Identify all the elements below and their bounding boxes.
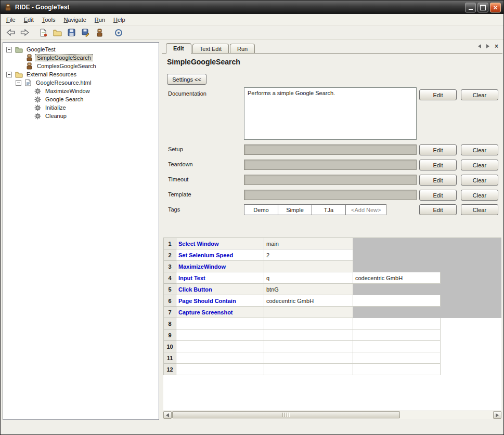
new-suite-button[interactable] bbox=[37, 27, 49, 38]
collapse-minus-icon[interactable] bbox=[6, 47, 12, 52]
argument-cell[interactable] bbox=[264, 307, 353, 318]
empty-cell[interactable] bbox=[264, 364, 353, 375]
tree-node-label[interactable]: GoogleResource.html bbox=[34, 80, 93, 86]
tags-clear-button[interactable]: Clear bbox=[461, 204, 498, 215]
tag-item[interactable]: TJa bbox=[312, 204, 346, 215]
back-button[interactable] bbox=[5, 27, 17, 38]
documentation-clear-button[interactable]: Clear bbox=[461, 89, 498, 100]
tree-node-keyword[interactable]: Initialize bbox=[4, 103, 158, 112]
argument-cell[interactable]: main bbox=[264, 238, 353, 249]
empty-cell[interactable] bbox=[176, 318, 264, 329]
open-folder-button[interactable] bbox=[51, 27, 63, 38]
row-number[interactable]: 8 bbox=[164, 318, 176, 329]
tree-node-folder[interactable]: External Resources bbox=[4, 70, 158, 78]
row-number[interactable]: 2 bbox=[164, 249, 176, 261]
teardown-edit-button[interactable]: Edit bbox=[419, 160, 457, 170]
tab-run[interactable]: Run bbox=[230, 44, 255, 54]
settings-toggle-button[interactable]: Settings << bbox=[167, 74, 206, 85]
keyword-cell[interactable]: Set Selenium Speed bbox=[176, 249, 264, 261]
row-number[interactable]: 1 bbox=[164, 238, 176, 249]
tree-node-label[interactable]: Google Search bbox=[44, 96, 85, 102]
menu-tools[interactable]: Tools bbox=[38, 15, 60, 24]
run-button[interactable] bbox=[112, 27, 124, 38]
empty-cell[interactable] bbox=[353, 318, 441, 329]
row-number[interactable]: 12 bbox=[164, 364, 176, 375]
keyword-cell[interactable]: Page Should Contain bbox=[176, 295, 264, 307]
empty-cell[interactable] bbox=[176, 329, 264, 341]
teardown-clear-button[interactable]: Clear bbox=[461, 160, 498, 170]
argument-cell[interactable]: btnG bbox=[264, 284, 353, 295]
argument-cell[interactable]: q bbox=[264, 272, 353, 284]
close-tab-icon[interactable]: × bbox=[495, 43, 498, 49]
maximize-button[interactable] bbox=[477, 3, 488, 12]
scroll-right-button[interactable] bbox=[493, 411, 501, 419]
horizontal-scrollbar[interactable] bbox=[163, 411, 501, 419]
empty-cell[interactable] bbox=[353, 341, 441, 352]
minimize-button[interactable] bbox=[465, 3, 476, 12]
add-new-tag[interactable]: <Add New> bbox=[345, 204, 386, 215]
menu-edit[interactable]: Edit bbox=[20, 15, 38, 24]
tree-node-keyword[interactable]: MaximizeWindow bbox=[4, 87, 158, 95]
empty-cell[interactable] bbox=[176, 352, 264, 364]
row-number[interactable]: 11 bbox=[164, 352, 176, 364]
tag-item[interactable]: Demo bbox=[244, 204, 278, 215]
next-tab-icon[interactable] bbox=[486, 44, 489, 48]
prev-tab-icon[interactable] bbox=[478, 44, 481, 48]
tree-node-test[interactable]: SimpleGoogleSearch bbox=[4, 54, 158, 62]
empty-cell[interactable] bbox=[176, 341, 264, 352]
keyword-cell[interactable]: MaximizeWindow bbox=[176, 261, 264, 272]
empty-cell[interactable] bbox=[353, 364, 441, 375]
scroll-left-button[interactable] bbox=[163, 411, 172, 419]
tree-node-label[interactable]: Initialize bbox=[44, 104, 68, 111]
menu-navigate[interactable]: Navigate bbox=[59, 15, 90, 24]
empty-cell[interactable] bbox=[264, 329, 353, 341]
setup-clear-button[interactable]: Clear bbox=[461, 144, 498, 155]
tags-edit-button[interactable]: Edit bbox=[419, 204, 457, 215]
template-edit-button[interactable]: Edit bbox=[419, 190, 457, 201]
tree-node-test[interactable]: ComplexGoogleSearch bbox=[4, 62, 158, 70]
timeout-edit-button[interactable]: Edit bbox=[419, 175, 457, 186]
tree-node-label[interactable]: ComplexGoogleSearch bbox=[35, 63, 98, 69]
row-number[interactable]: 3 bbox=[164, 261, 176, 272]
tree-node-label[interactable]: External Resources bbox=[25, 71, 78, 77]
tree-node-keyword[interactable]: Cleanup bbox=[4, 112, 158, 120]
argument-cell[interactable]: codecentric GmbH bbox=[264, 295, 353, 307]
row-number[interactable]: 4 bbox=[164, 272, 176, 284]
argument-cell[interactable]: 2 bbox=[264, 249, 353, 261]
row-number[interactable]: 10 bbox=[164, 341, 176, 352]
collapse-minus-icon[interactable] bbox=[6, 72, 12, 77]
tree-node-label[interactable]: Cleanup bbox=[44, 113, 68, 119]
scrollbar-thumb[interactable] bbox=[172, 411, 400, 418]
title-bar[interactable]: RIDE - GoogleTest × bbox=[1, 1, 503, 14]
empty-cell[interactable] bbox=[264, 352, 353, 364]
tree-node-keyword[interactable]: Google Search bbox=[4, 95, 158, 103]
row-number[interactable]: 9 bbox=[164, 329, 176, 341]
forward-button[interactable] bbox=[19, 27, 31, 38]
argument-cell[interactable] bbox=[353, 295, 441, 307]
keyword-cell[interactable]: Select Window bbox=[176, 238, 264, 249]
template-clear-button[interactable]: Clear bbox=[461, 190, 498, 201]
tree-node-label[interactable]: GoogleTest bbox=[25, 46, 57, 52]
tab-edit[interactable]: Edit bbox=[166, 43, 191, 54]
empty-cell[interactable] bbox=[353, 352, 441, 364]
menu-help[interactable]: Help bbox=[109, 15, 130, 24]
setup-edit-button[interactable]: Edit bbox=[419, 144, 457, 155]
tree-node-label[interactable]: MaximizeWindow bbox=[44, 88, 92, 94]
argument-cell[interactable]: codecentric GmbH bbox=[353, 272, 441, 284]
collapse-minus-icon[interactable] bbox=[16, 80, 21, 86]
timeout-clear-button[interactable]: Clear bbox=[461, 175, 498, 186]
tree-node-suite[interactable]: GoogleTest bbox=[4, 45, 158, 54]
documentation-field[interactable]: Performs a simple Google Search. bbox=[244, 87, 417, 140]
save-button[interactable] bbox=[66, 27, 77, 38]
scrollbar-track[interactable] bbox=[172, 411, 493, 419]
documentation-edit-button[interactable]: Edit bbox=[419, 89, 457, 100]
tree-node-label-selected[interactable]: SimpleGoogleSearch bbox=[35, 54, 93, 61]
close-button[interactable]: × bbox=[490, 3, 501, 12]
empty-cell[interactable] bbox=[353, 329, 441, 341]
menu-file[interactable]: File bbox=[2, 15, 20, 24]
robot-button[interactable] bbox=[94, 27, 106, 38]
row-number[interactable]: 5 bbox=[164, 284, 176, 295]
menu-run[interactable]: Run bbox=[91, 15, 109, 24]
keyword-cell[interactable]: Click Button bbox=[176, 284, 264, 295]
tree-node-resource[interactable]: GoogleResource.html bbox=[4, 78, 158, 87]
